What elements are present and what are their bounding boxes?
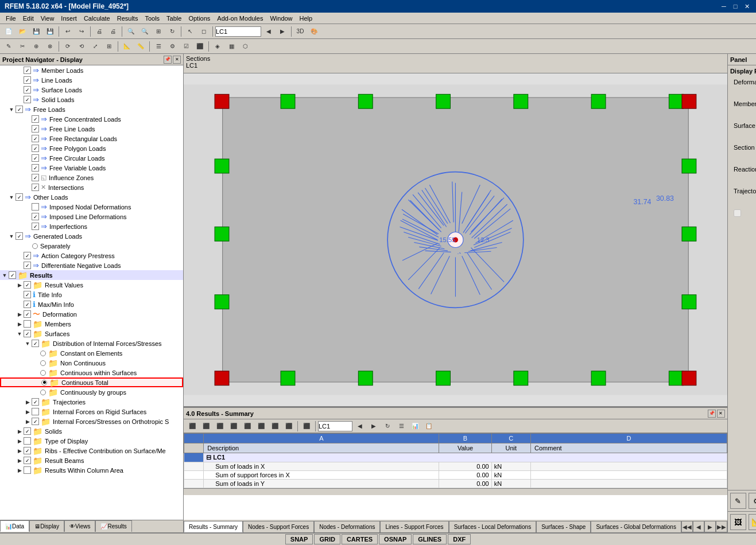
right-view-button1[interactable]: 🖼 [730,514,746,530]
tb-prev[interactable]: ◀ [262,25,275,38]
expand-free-concentrated[interactable] [24,116,31,123]
cb-free-circular[interactable] [32,154,39,162]
tb-render[interactable]: 🎨 [308,25,320,38]
menu-options[interactable]: Options [185,14,214,23]
lc-selector[interactable] [215,26,261,37]
tree-item-action-category[interactable]: ⇒ Action Category Prestress [0,251,183,260]
tree-item-member-loads[interactable]: ⇒ Member Loads [0,65,183,75]
tree-item-solid-loads[interactable]: ⇒ Solid Loads [0,95,183,104]
radio-non-continuous[interactable] [40,360,46,366]
radio-continuously-by-groups[interactable] [40,390,46,395]
tree-item-free-circular[interactable]: ⇒ Free Circular Loads [0,153,183,163]
tb2-7[interactable]: ⤢ [89,40,102,53]
tree-item-continuously-by-groups[interactable]: 📁 Continuously by groups [0,387,183,397]
tb2-17[interactable]: ⬡ [239,40,251,53]
expand-continuously-by-groups[interactable] [32,389,39,396]
cb-imposed-line[interactable] [32,213,39,220]
tree-item-imposed-line[interactable]: ⇒ Imposed Line Deformations [0,212,183,221]
cb-intersections[interactable] [32,184,39,191]
tb-zoom-fit[interactable]: ⊞ [152,25,165,38]
tree-item-line-loads[interactable]: ⇒ Line Loads [0,75,183,85]
cb-surfaces[interactable] [24,330,31,337]
tb-redo[interactable]: ↪ [75,25,88,38]
tree-item-distribution[interactable]: ▼ 📁 Distribution of Internal Forces/Stre… [0,338,183,348]
tb2-9[interactable]: 📐 [121,40,133,53]
expand-type-display[interactable]: ▶ [16,438,23,445]
cb-free-rectangular[interactable] [32,135,39,142]
bt-export7[interactable]: ⬛ [269,420,281,433]
expand-line-loads[interactable] [16,77,23,84]
tb-3d[interactable]: 3D [294,25,307,38]
bt-export5[interactable]: ⬛ [241,420,254,433]
tree-item-non-continuous[interactable]: 📁 Non Continuous [0,358,183,368]
cb-imperfections[interactable] [32,223,39,230]
tree-item-solids[interactable]: ▶ 📁 Solids [0,426,183,436]
menu-help[interactable]: Help [296,14,316,23]
tab-nav-first[interactable]: ◀◀ [681,521,693,532]
bottom-panel-close[interactable]: ✕ [717,410,725,418]
cb-type-display[interactable] [24,437,31,445]
snap-btn-snap[interactable]: SNAP [285,534,313,544]
tb2-13[interactable]: ☑ [180,40,192,53]
tb-print[interactable]: 🖨 [93,25,106,38]
expand-solid-loads[interactable] [16,96,23,103]
tree-item-trajectories[interactable]: ▶ 📁 Trajectories [0,397,183,407]
cb-free-line[interactable] [32,125,39,133]
tree-item-members[interactable]: ▶ 📁 Members [0,319,183,329]
h-scrollbar[interactable] [184,488,727,495]
bt-prev[interactable]: ◀ [354,420,366,433]
tb2-8[interactable]: ⊞ [103,40,115,53]
tree-item-intersections[interactable]: ✕ Intersections [0,182,183,192]
tree-item-free-rectangular[interactable]: ⇒ Free Rectangular Loads [0,134,183,143]
expand-internal-rigid[interactable]: ▶ [24,408,31,415]
tab-results[interactable]: 📈 Results [95,520,131,532]
tb2-14[interactable]: ⬛ [193,40,206,53]
expand-members[interactable]: ▶ [16,321,23,328]
tree-item-free-line[interactable]: ⇒ Free Line Loads [0,124,183,134]
tb-select2[interactable]: ◻ [197,25,210,38]
tree-item-results[interactable]: ▼ 📁 Results [0,270,183,280]
tree-item-generated-loads[interactable]: ▼ ⇒ Generated Loads [0,231,183,241]
menu-edit[interactable]: Edit [20,14,37,23]
expand-differentiate[interactable] [16,262,23,269]
snap-btn-grid[interactable]: GRID [314,534,340,544]
bottom-panel-pin[interactable]: 📌 [708,410,716,418]
tb-open[interactable]: 📂 [16,25,29,38]
expand-free-rectangular[interactable] [24,135,31,142]
cb-line-loads[interactable] [24,76,31,84]
cb-solid-loads[interactable] [24,96,31,103]
tree-item-constant[interactable]: 📁 Constant on Elements [0,348,183,358]
tb2-1[interactable]: ✎ [2,40,15,53]
viewport[interactable]: 31.74 30.83 15.55 12.3 31.70 [184,73,727,406]
cb-free-variable[interactable] [32,164,39,172]
tree-item-imperfections[interactable]: ⇒ Imperfections [0,221,183,231]
cb-free-loads[interactable] [15,106,23,113]
tb2-3[interactable]: ⊕ [30,40,42,53]
tree-item-type-display[interactable]: ▶ 📁 Type of Display [0,436,183,446]
tree-item-deformation[interactable]: ▶ 〜 Deformation [0,309,183,319]
expand-free-loads[interactable]: ▼ [8,106,15,113]
tree-item-ribs[interactable]: ▶ 📁 Ribs - Effective Contribution on Sur… [0,446,183,456]
cb-generated-loads[interactable] [15,232,23,240]
right-view-button2[interactable]: 📐 [749,514,756,530]
tb2-16[interactable]: ▦ [225,40,238,53]
tree-item-free-loads[interactable]: ▼ ⇒ Free Loads [0,104,183,114]
menu-results[interactable]: Results [114,14,142,23]
bt-export10[interactable]: 📊 [409,420,421,433]
tab-nodes-support[interactable]: Nodes - Support Forces [243,521,314,532]
tree-item-free-variable[interactable]: ⇒ Free Variable Loads [0,163,183,173]
bt-export3[interactable]: ⬛ [214,420,226,433]
radio-constant[interactable] [40,351,46,356]
bt-export8[interactable]: ⬛ [282,420,295,433]
expand-distribution[interactable]: ▼ [24,340,31,347]
maximize-button[interactable]: □ [731,2,740,11]
expand-free-line[interactable] [24,126,31,133]
tree-item-result-beams[interactable]: ▶ 📁 Result Beams [0,456,183,465]
tb-zoom-in[interactable]: 🔍 [125,25,137,38]
cb-surface-loads[interactable] [24,86,31,94]
tb-rotate[interactable]: ↻ [166,25,179,38]
tree-item-separately[interactable]: Separately [0,241,183,251]
expand-free-circular[interactable] [24,155,31,162]
cb-results-within-column[interactable] [24,466,31,474]
panel-close[interactable]: ✕ [173,56,181,64]
